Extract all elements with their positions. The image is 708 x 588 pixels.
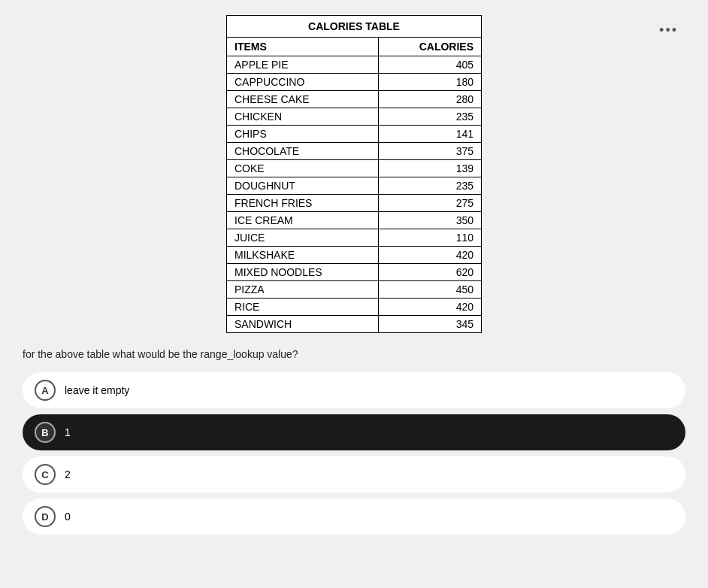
table-row: CHIPS141: [227, 126, 482, 143]
table-row: RICE420: [227, 299, 482, 316]
option-label-d: 0: [65, 511, 71, 523]
table-cell-calories: 375: [379, 143, 482, 160]
table-row: JUICE110: [227, 229, 482, 247]
option-circle-d: D: [35, 506, 56, 527]
table-cell-calories: 235: [379, 177, 482, 195]
main-container: CALORIES TABLE ITEMS CALORIES APPLE PIE4…: [0, 0, 708, 550]
options-container: Aleave it emptyB1C2D0: [23, 372, 685, 535]
option-row-a[interactable]: Aleave it empty: [23, 372, 685, 408]
option-label-a: leave it empty: [65, 384, 129, 396]
table-wrapper: CALORIES TABLE ITEMS CALORIES APPLE PIE4…: [23, 15, 685, 333]
table-row: ICE CREAM350: [227, 212, 482, 229]
table-cell-calories: 620: [379, 264, 482, 281]
table-row: CAPPUCCINO180: [227, 74, 482, 91]
option-row-d[interactable]: D0: [23, 499, 685, 535]
table-row: PIZZA450: [227, 281, 482, 299]
table-cell-calories: 405: [379, 56, 482, 74]
table-row: FRENCH FRIES275: [227, 195, 482, 212]
table-cell-calories: 110: [379, 229, 482, 247]
table-cell-item: RICE: [227, 299, 379, 316]
table-cell-item: COKE: [227, 160, 379, 177]
table-cell-calories: 235: [379, 108, 482, 126]
table-row: MILKSHAKE420: [227, 247, 482, 264]
table-cell-item: CHIPS: [227, 126, 379, 143]
table-row: DOUGHNUT235: [227, 177, 482, 195]
table-cell-item: CHICKEN: [227, 108, 379, 126]
table-cell-calories: 350: [379, 212, 482, 229]
table-cell-item: APPLE PIE: [227, 56, 379, 74]
table-title: CALORIES TABLE: [226, 15, 482, 37]
table-cell-calories: 420: [379, 299, 482, 316]
table-cell-item: CHOCOLATE: [227, 143, 379, 160]
table-cell-calories: 275: [379, 195, 482, 212]
table-cell-calories: 420: [379, 247, 482, 264]
table-cell-item: CAPPUCCINO: [227, 74, 379, 91]
table-cell-calories: 139: [379, 160, 482, 177]
table-cell-calories: 141: [379, 126, 482, 143]
table-cell-item: MIXED NOODLES: [227, 264, 379, 281]
table-cell-calories: 450: [379, 281, 482, 299]
col-header-items: ITEMS: [227, 38, 379, 56]
table-row: SANDWICH345: [227, 316, 482, 333]
table-row: CHOCOLATE375: [227, 143, 482, 160]
table-cell-item: SANDWICH: [227, 316, 379, 333]
table-row: APPLE PIE405: [227, 56, 482, 74]
option-label-b: 1: [65, 426, 71, 438]
option-row-b[interactable]: B1: [23, 414, 685, 450]
more-options-icon[interactable]: •••: [659, 23, 678, 38]
table-cell-calories: 180: [379, 74, 482, 91]
table-cell-calories: 345: [379, 316, 482, 333]
table-cell-item: ICE CREAM: [227, 212, 379, 229]
option-label-c: 2: [65, 468, 71, 480]
table-cell-item: PIZZA: [227, 281, 379, 299]
col-header-calories: CALORIES: [379, 38, 482, 56]
table-row: CHICKEN235: [227, 108, 482, 126]
table-cell-calories: 280: [379, 91, 482, 108]
option-row-c[interactable]: C2: [23, 456, 685, 493]
question-text: for the above table what would be the ra…: [23, 348, 685, 360]
table-row: MIXED NOODLES620: [227, 264, 482, 281]
table-row: CHEESE CAKE280: [227, 91, 482, 108]
table-cell-item: JUICE: [227, 229, 379, 247]
option-circle-a: A: [35, 380, 56, 401]
calories-table: CALORIES TABLE ITEMS CALORIES APPLE PIE4…: [226, 15, 482, 333]
option-circle-c: C: [35, 464, 56, 485]
option-circle-b: B: [35, 422, 56, 443]
table-cell-item: CHEESE CAKE: [227, 91, 379, 108]
table-cell-item: FRENCH FRIES: [227, 195, 379, 212]
table-cell-item: DOUGHNUT: [227, 177, 379, 195]
table-row: COKE139: [227, 160, 482, 177]
table-cell-item: MILKSHAKE: [227, 247, 379, 264]
